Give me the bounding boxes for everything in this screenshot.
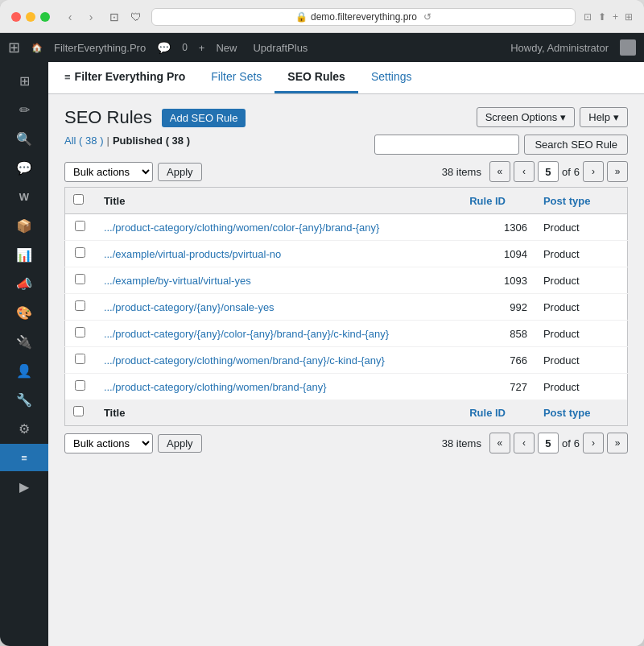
next-page-button-top[interactable]: › [583,161,604,182]
filter-all[interactable]: All ( 38 ) [64,135,103,147]
sidebar-item-users[interactable]: 👤 [0,357,48,384]
plus-icon: + [613,11,618,23]
row-checkbox-5[interactable] [75,354,85,364]
row-title-link-2[interactable]: .../example/by-virtual/virtual-yes [104,275,251,287]
sidebar-item-analytics[interactable]: 📊 [0,241,48,268]
prev-page-button-top[interactable]: ‹ [514,161,535,182]
filter-published[interactable]: Published ( 38 ) [113,135,190,147]
first-page-button-top[interactable]: « [489,161,510,182]
bulk-actions-select-bottom[interactable]: Bulk actions [64,433,153,453]
settings-icon: ⚙ [19,421,30,437]
table-row: .../product-category/clothing/women/bran… [65,347,628,374]
updraft-label[interactable]: UpdraftPlus [253,42,308,54]
search-seo-rule-button[interactable]: Search SEO Rule [524,135,628,155]
close-button[interactable] [11,12,21,22]
sidebar-item-products[interactable]: 📦 [0,212,48,239]
browser-extra-icons: ⊡ ⬆ + ⊞ [584,11,633,23]
tab-settings[interactable]: Settings [358,62,425,93]
select-all-checkbox[interactable] [73,194,84,205]
sidebar-item-settings[interactable]: ⚙ [0,415,48,442]
page-title: SEO Rules [64,107,152,128]
row-title-link-1[interactable]: .../example/virtual-products/pvirtual-no [104,248,281,260]
maximize-button[interactable] [40,12,50,22]
row-title-link-5[interactable]: .../product-category/clothing/women/bran… [104,354,385,366]
comments-icon[interactable]: 💬 [157,41,171,54]
sidebar-item-filter-everything[interactable]: ≡ [0,444,48,471]
sidebar-item-media[interactable]: 🔍 [0,125,48,152]
tab-seo-rules[interactable]: SEO Rules [275,62,358,93]
row-checkbox-1[interactable] [75,247,85,258]
site-name[interactable]: FilterEverything.Pro [54,42,146,54]
sidebar-item-tools[interactable]: 🔧 [0,386,48,413]
sidebar-item-comments[interactable]: 💬 [0,154,48,181]
window-view-icon: ⊡ [109,10,119,23]
last-page-button-bottom[interactable]: » [607,433,628,453]
sidebar-item-posts[interactable]: ✏ [0,96,48,123]
brand-text: Filter Everything Pro [75,70,186,83]
sidebar-item-marketing[interactable]: 📣 [0,270,48,297]
sidebar-item-plugins[interactable]: 🔌 [0,328,48,355]
col-header-rule-id[interactable]: Rule ID [461,188,535,214]
products-icon: 📦 [16,218,32,234]
share-icon: ⬆ [598,11,606,23]
select-all-footer-checkbox[interactable] [73,406,84,416]
row-title-link-6[interactable]: .../product-category/clothing/women/bran… [104,381,327,393]
plugin-tabs: ≡ Filter Everything Pro Filter Sets SEO … [64,62,628,93]
pagination-top: 38 items « ‹ 5 of 6 › » [442,161,628,182]
row-post-type-cell: Product [535,214,628,241]
posts-icon: ✏ [19,102,30,118]
total-pages-top: 6 [574,166,580,178]
plugin-header: ≡ Filter Everything Pro Filter Sets SEO … [48,62,644,94]
row-title-cell: .../example/virtual-products/pvirtual-no [96,241,461,267]
row-rule-id-cell: 858 [461,321,535,347]
table-footer-row: Title Rule ID Post type [65,400,628,426]
sidebar-item-woocommerce[interactable]: W [0,183,48,210]
wp-logo-icon[interactable]: ⊞ [8,39,20,56]
add-seo-rule-button[interactable]: Add SEO Rule [162,109,246,127]
row-title-link-4[interactable]: .../product-category/{any}/color-{any}/b… [104,328,389,340]
col-footer-post-type[interactable]: Post type [535,400,628,426]
screen-options-button[interactable]: Screen Options ▾ [477,107,576,127]
filters-search-row: All ( 38 ) | Published ( 38 ) [64,135,628,155]
row-checkbox-6[interactable] [75,380,85,391]
prev-page-button-bottom[interactable]: ‹ [514,433,535,453]
minimize-button[interactable] [26,12,35,22]
col-header-post-type[interactable]: Post type [535,188,628,214]
total-pages-bottom: 6 [574,437,580,449]
apply-button-bottom[interactable]: Apply [158,434,202,453]
row-checkbox-0[interactable] [75,221,85,231]
items-count-top: 38 items [442,166,481,178]
row-post-type-cell: Product [535,347,628,374]
apply-button-top[interactable]: Apply [158,163,202,181]
search-input[interactable] [374,135,519,155]
current-page-top: 5 [538,161,559,182]
tab-filter-sets[interactable]: Filter Sets [198,62,275,93]
address-bar[interactable]: 🔒 demo.filtereverything.pro ↺ [151,8,576,26]
sidebar-item-dashboard[interactable]: ⊞ [0,67,48,94]
appearance-icon: 🎨 [16,305,32,321]
new-label[interactable]: New [216,42,237,54]
row-checkbox-2[interactable] [75,274,85,284]
items-count-bottom: 38 items [442,437,481,449]
next-page-button-bottom[interactable]: › [583,433,604,453]
sidebar-item-media-play[interactable]: ▶ [0,473,48,500]
comments-count: 0 [182,42,188,53]
avatar [620,39,636,56]
first-page-button-bottom[interactable]: « [489,433,510,453]
row-title-cell: .../product-category/{any}/color-{any}/b… [96,321,461,347]
row-checkbox-3[interactable] [75,300,85,311]
lock-icon: 🔒 [295,11,308,23]
forward-button[interactable]: › [82,8,100,26]
row-title-link-3[interactable]: .../product-category/{any}/onsale-yes [104,301,275,313]
row-checkbox-4[interactable] [75,327,85,337]
row-checkbox-cell [65,267,96,294]
screen-options-row: Screen Options ▾ Help ▾ [477,107,628,127]
back-button[interactable]: ‹ [61,8,79,26]
last-page-button-top[interactable]: » [607,161,628,182]
col-footer-rule-id[interactable]: Rule ID [461,400,535,426]
site-icon: 🏠 [31,43,43,53]
sidebar-item-appearance[interactable]: 🎨 [0,299,48,326]
help-button[interactable]: Help ▾ [580,107,628,127]
bulk-actions-select-top[interactable]: Bulk actions [64,162,153,182]
row-title-link-0[interactable]: .../product-category/clothing/women/colo… [104,222,380,234]
